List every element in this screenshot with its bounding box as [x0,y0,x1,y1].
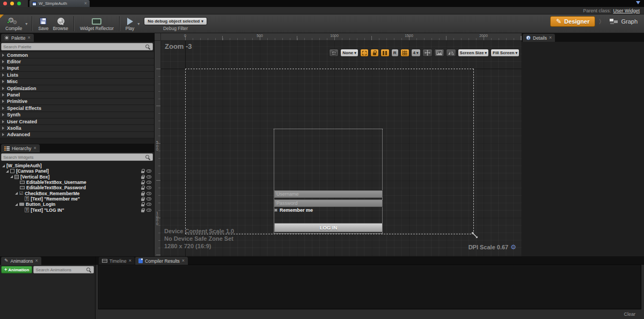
expander-right-icon[interactable] [2,107,4,110]
lock-icon[interactable] [141,175,145,179]
tab-palette[interactable]: Palette × [1,34,34,42]
visibility-eye-icon[interactable] [147,175,151,179]
play-button[interactable]: Play [123,16,137,32]
resize-handle-cursor-icon[interactable] [471,232,478,239]
lock-widgets-button[interactable] [370,49,379,57]
clear-button[interactable]: Clear [624,311,635,317]
tree-row-editabletextbox-password[interactable]: EditableTextBox_Password [0,185,154,190]
tree-row-text-log-in[interactable]: T [Text] "LOG IN" [0,207,154,212]
visibility-eye-icon[interactable] [147,203,151,206]
palette-search-input[interactable] [3,43,145,50]
expander-right-icon[interactable] [2,113,4,116]
tab-timeline[interactable]: Timeline × [99,257,135,265]
visibility-eye-icon[interactable] [147,181,151,184]
compile-button[interactable]: ⚙⚙✓ Compile [3,16,24,32]
dpi-settings-gear-icon[interactable]: ⚙ [510,244,516,250]
widget-bounds-button[interactable] [422,49,433,57]
expander-right-icon[interactable] [2,87,4,90]
tab-hierarchy[interactable]: Hierarchy × [1,144,40,152]
tree-row-canvas-panel[interactable]: [Canvas Panel] [0,168,154,174]
visibility-eye-icon[interactable] [147,192,151,195]
animations-search[interactable] [33,266,94,273]
hierarchy-search[interactable] [1,153,153,161]
palette-category-lists[interactable]: Lists [0,72,154,78]
compile-options-caret-icon[interactable]: ▾ [24,21,28,26]
palette-category-input[interactable]: Input [0,65,154,72]
checkbox-icon[interactable] [274,209,277,212]
expander-right-icon[interactable] [2,73,4,77]
hierarchy-tab-close-icon[interactable]: × [33,146,36,151]
minimize-window-button[interactable] [10,2,14,5]
palette-category-advanced[interactable]: Advanced [0,132,154,138]
tree-row-vertical-box[interactable]: [Vertical Box] [0,174,154,180]
window-menu-icon[interactable] [635,1,641,5]
expander-right-icon[interactable] [2,133,4,136]
tree-row-button-login[interactable]: Button_LogIn [0,202,154,207]
tree-row-root[interactable]: [W_SimpleAuth] [0,163,154,168]
expander-right-icon[interactable] [2,60,4,63]
timeline-tab-close-icon[interactable]: × [129,258,131,263]
grid-snap-size-dropdown[interactable]: 4▾ [411,49,421,57]
parent-class-link[interactable]: User Widget [613,8,640,13]
palette-category-optimization[interactable]: Optimization [0,85,154,92]
expander-right-icon[interactable] [2,100,4,103]
add-animation-button[interactable]: + Animation [1,266,32,273]
expander-open-icon[interactable] [2,165,5,167]
grid-snap-toggle-button[interactable] [400,49,409,57]
lock-icon[interactable] [141,208,145,212]
animations-tab-close-icon[interactable]: × [35,258,38,263]
palette-search[interactable] [1,43,153,50]
visibility-eye-icon[interactable] [147,186,151,189]
palette-category-synth[interactable]: Synth [0,112,154,118]
lock-icon[interactable] [141,169,145,173]
palette-tab-close-icon[interactable]: × [27,35,30,40]
vertical-box-selection-outline[interactable] [274,129,383,234]
expander-open-icon[interactable] [15,203,18,206]
play-options-caret-icon[interactable]: ▾ [136,21,141,26]
palette-category-editor[interactable]: Editor [0,58,154,65]
remember-me-widget[interactable]: Remember me [274,207,313,213]
canvas-grid[interactable]: Zoom -3 None▾ R 4▾ Screen Si [161,41,522,256]
compiler-results-log[interactable] [98,265,641,309]
tree-row-checkbox-rememberme[interactable]: ☑ CheckBox_RememberMe [0,190,154,196]
tab-details[interactable]: Details × [523,34,555,42]
close-window-button[interactable] [3,2,7,5]
lock-icon[interactable] [141,186,145,190]
maximize-window-button[interactable] [17,2,21,5]
respect-locks-button[interactable] [380,49,390,57]
expander-right-icon[interactable] [2,54,4,57]
screen-size-dropdown[interactable]: Screen Size▾ [458,49,489,57]
password-textbox-widget[interactable]: Password [274,199,383,207]
asset-tab-close-icon[interactable]: × [84,1,87,6]
localization-preview-button[interactable] [329,49,339,57]
outline-toggle-button[interactable] [360,49,369,57]
browse-button[interactable]: Browse [51,16,70,32]
save-button[interactable]: Save [36,16,50,32]
lock-icon[interactable] [141,180,145,184]
palette-category-misc[interactable]: Misc [0,79,154,85]
expander-right-icon[interactable] [2,93,4,97]
graph-mode-button[interactable]: Graph [608,17,640,26]
debug-object-dropdown[interactable]: No debug object selected▾ [144,17,207,25]
expander-right-icon[interactable] [2,80,4,83]
expander-right-icon[interactable] [2,66,4,70]
visibility-eye-icon[interactable] [147,197,151,201]
mirror-preview-button[interactable] [446,49,456,57]
palette-category-common[interactable]: Common [0,52,154,58]
visibility-eye-icon[interactable] [147,209,151,212]
widget-reflector-button[interactable]: Widget Reflector [78,16,116,32]
asset-tab[interactable]: W_SimpleAuth × [30,0,90,7]
visibility-eye-icon[interactable] [147,169,151,173]
flow-direction-dropdown[interactable]: None▾ [340,49,358,57]
tab-animations[interactable]: ✎ Animations × [1,257,41,265]
rotation-mode-button[interactable]: R [391,49,399,57]
animations-search-input[interactable] [35,266,86,273]
palette-category-special-effects[interactable]: Special Effects [0,105,154,112]
expander-open-icon[interactable] [6,170,9,173]
background-image-button[interactable] [434,49,444,57]
fill-screen-dropdown[interactable]: Fill Screen▾ [491,49,519,57]
expander-right-icon[interactable] [2,127,4,130]
tree-row-text-remember-me[interactable]: T [Text] "Remember me" [0,196,154,202]
username-textbox-widget[interactable]: Username [274,190,383,198]
tree-row-editabletextbox-username[interactable]: EditableTextBox_Username [0,180,154,185]
